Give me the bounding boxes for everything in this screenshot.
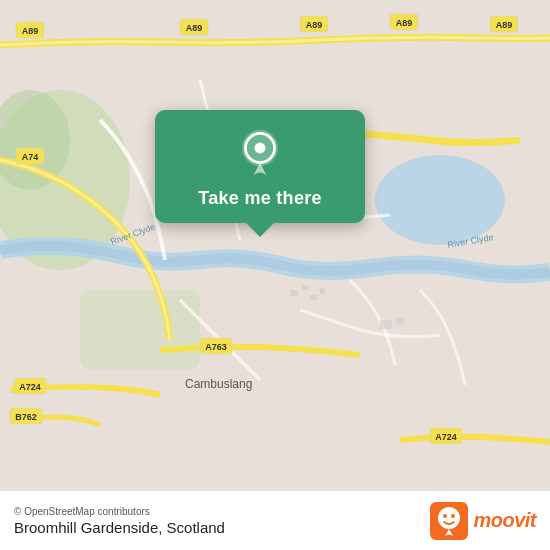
map-container: A89 A89 A89 A89 A89 A74 A74 A724 A724 A7… xyxy=(0,0,550,490)
moovit-logo: moovit xyxy=(430,502,536,540)
svg-rect-5 xyxy=(290,290,298,296)
popup-label: Take me there xyxy=(198,188,322,209)
svg-point-40 xyxy=(438,507,460,529)
map-svg: A89 A89 A89 A89 A89 A74 A74 A724 A724 A7… xyxy=(0,0,550,490)
svg-point-41 xyxy=(443,514,447,518)
location-pin-icon xyxy=(235,128,285,178)
moovit-brand-icon xyxy=(430,502,468,540)
svg-text:A74: A74 xyxy=(22,152,39,162)
svg-text:B762: B762 xyxy=(15,412,37,422)
svg-text:A89: A89 xyxy=(496,20,513,30)
svg-text:A724: A724 xyxy=(19,382,41,392)
svg-rect-7 xyxy=(310,295,317,300)
moovit-text: moovit xyxy=(473,509,536,532)
svg-text:Cambuslang: Cambuslang xyxy=(185,377,252,391)
svg-text:A89: A89 xyxy=(22,26,39,36)
svg-text:A89: A89 xyxy=(186,23,203,33)
svg-rect-10 xyxy=(396,318,404,325)
svg-point-38 xyxy=(255,143,266,154)
location-name: Broomhill Gardenside, Scotland xyxy=(14,519,225,536)
popup-card[interactable]: Take me there xyxy=(155,110,365,223)
osm-credit: © OpenStreetMap contributors xyxy=(14,506,225,517)
svg-text:A89: A89 xyxy=(396,18,413,28)
svg-text:A724: A724 xyxy=(435,432,457,442)
bottom-bar: © OpenStreetMap contributors Broomhill G… xyxy=(0,490,550,550)
bottom-left: © OpenStreetMap contributors Broomhill G… xyxy=(14,506,225,536)
svg-text:A89: A89 xyxy=(306,20,323,30)
svg-rect-8 xyxy=(320,288,325,294)
svg-rect-9 xyxy=(380,320,392,329)
svg-point-4 xyxy=(375,155,505,245)
svg-rect-6 xyxy=(302,285,308,290)
svg-text:A763: A763 xyxy=(205,342,227,352)
svg-point-42 xyxy=(451,514,455,518)
